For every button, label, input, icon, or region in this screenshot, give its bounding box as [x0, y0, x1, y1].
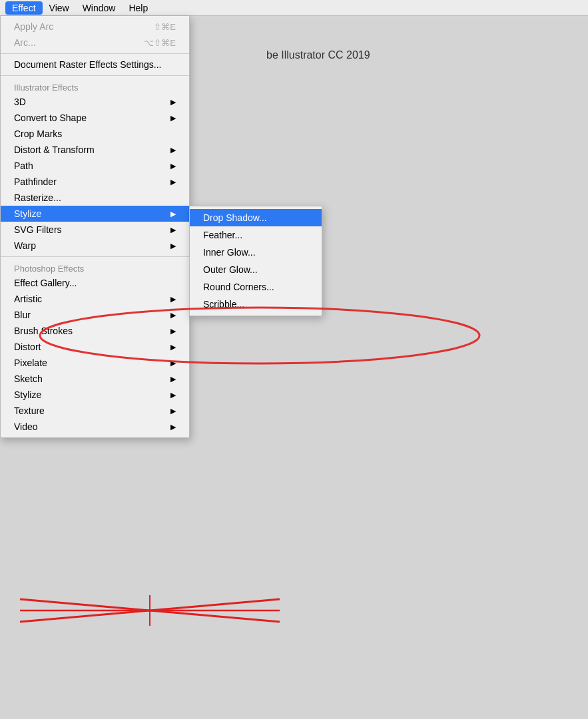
menu-item-brush-strokes[interactable]: Brush Strokes ▶	[1, 323, 189, 339]
menu-item-svg-filters[interactable]: SVG Filters ▶	[1, 222, 189, 238]
menu-item-label: Pixelate	[14, 358, 47, 368]
menu-item-label: Blur	[14, 310, 31, 320]
separator-3	[1, 256, 189, 257]
arrow-icon: ▶	[170, 295, 176, 304]
arrow-icon: ▶	[170, 146, 176, 154]
menu-item-label: SVG Filters	[14, 224, 62, 235]
menu-item-shortcut: ⌥⇧⌘E	[144, 38, 176, 48]
illustrator-effects-header: Illustrator Effects	[1, 79, 189, 94]
menu-item-label: Distort	[14, 342, 41, 352]
arrow-icon: ▶	[170, 226, 176, 234]
menu-item-label: Texture	[14, 405, 45, 416]
menu-item-label: Warp	[14, 240, 36, 251]
arrow-icon: ▶	[170, 210, 176, 218]
separator-2	[1, 75, 189, 76]
menu-item-path[interactable]: Path ▶	[1, 158, 189, 174]
menu-item-blur[interactable]: Blur ▶	[1, 307, 189, 323]
menu-item-texture[interactable]: Texture ▶	[1, 403, 189, 419]
submenu-item-outer-glow[interactable]: Outer Glow...	[190, 261, 322, 278]
menu-window[interactable]: Window	[76, 1, 123, 15]
menu-item-effect-gallery[interactable]: Effect Gallery...	[1, 275, 189, 291]
menu-item-shortcut: ⇧⌘E	[154, 22, 176, 32]
menu-item-doc-raster[interactable]: Document Raster Effects Settings...	[1, 57, 189, 73]
stylize-submenu: Drop Shadow... Feather... Inner Glow... …	[189, 206, 322, 316]
menu-item-rasterize[interactable]: Rasterize...	[1, 190, 189, 206]
menu-item-sketch[interactable]: Sketch ▶	[1, 371, 189, 387]
menu-item-label: Arc...	[14, 37, 36, 48]
menu-item-label: Stylize	[14, 208, 41, 219]
arrow-icon: ▶	[170, 98, 176, 107]
menu-item-label: Distort & Transform	[14, 144, 95, 155]
arrow-icon: ▶	[170, 114, 176, 122]
menu-item-distort[interactable]: Distort ▶	[1, 339, 189, 355]
photoshop-effects-header: Photoshop Effects	[1, 260, 189, 275]
submenu-item-feather[interactable]: Feather...	[190, 226, 322, 244]
menu-item-distort-transform[interactable]: Distort & Transform ▶	[1, 142, 189, 158]
arrow-icon: ▶	[170, 391, 176, 399]
menu-item-label: Convert to Shape	[14, 113, 87, 123]
arrow-icon: ▶	[170, 359, 176, 367]
menu-item-artistic[interactable]: Artistic ▶	[1, 291, 189, 307]
menu-item-arc[interactable]: Arc... ⌥⇧⌘E	[1, 35, 189, 51]
menu-effect[interactable]: Effect	[5, 1, 43, 15]
menu-item-apply-arc[interactable]: Apply Arc ⇧⌘E	[1, 19, 189, 35]
arrow-icon: ▶	[170, 343, 176, 352]
menu-item-label: Effect Gallery...	[14, 278, 77, 288]
submenu-item-round-corners[interactable]: Round Corners...	[190, 278, 322, 296]
menu-item-label: Sketch	[14, 373, 43, 384]
menu-item-crop-marks[interactable]: Crop Marks	[1, 126, 189, 142]
menu-item-pathfinder[interactable]: Pathfinder ▶	[1, 174, 189, 190]
arrow-icon: ▶	[170, 407, 176, 415]
menu-item-label: 3D	[14, 97, 26, 107]
arrow-icon: ▶	[170, 423, 176, 431]
submenu-item-drop-shadow[interactable]: Drop Shadow...	[190, 209, 322, 226]
menu-item-label: Path	[14, 160, 33, 171]
arrow-icon: ▶	[170, 375, 176, 383]
effect-dropdown: Apply Arc ⇧⌘E Arc... ⌥⇧⌘E Document Raste…	[0, 16, 190, 438]
menu-item-label: Document Raster Effects Settings...	[14, 59, 162, 70]
arrow-icon: ▶	[170, 242, 176, 250]
menu-item-label: Rasterize...	[14, 192, 61, 203]
menu-item-video[interactable]: Video ▶	[1, 419, 189, 435]
menu-item-label: Video	[14, 421, 38, 432]
menu-item-warp[interactable]: Warp ▶	[1, 238, 189, 254]
separator-1	[1, 53, 189, 54]
menu-item-label: Pathfinder	[14, 176, 57, 187]
menu-item-label: Artistic	[14, 294, 42, 304]
menu-item-pixelate[interactable]: Pixelate ▶	[1, 355, 189, 371]
menu-help[interactable]: Help	[122, 1, 154, 15]
arrow-icon: ▶	[170, 327, 176, 336]
submenu-item-inner-glow[interactable]: Inner Glow...	[190, 244, 322, 261]
menu-item-stylize-photoshop[interactable]: Stylize ▶	[1, 387, 189, 403]
menu-view[interactable]: View	[43, 1, 76, 15]
menu-bar: Effect View Window Help	[0, 0, 588, 16]
menu-item-label: Brush Strokes	[14, 326, 73, 336]
menu-item-convert-to-shape[interactable]: Convert to Shape ▶	[1, 110, 189, 126]
submenu-item-scribble[interactable]: Scribble...	[190, 296, 322, 313]
menu-item-3d[interactable]: 3D ▶	[1, 94, 189, 110]
app-title: be Illustrator CC 2019	[266, 49, 370, 61]
menu-item-stylize-illustrator[interactable]: Stylize ▶ Drop Shadow... Feather... Inne…	[1, 206, 189, 222]
arrow-icon: ▶	[170, 178, 176, 186]
menu-item-label: Apply Arc	[14, 21, 53, 32]
arrow-icon: ▶	[170, 162, 176, 170]
arrow-icon: ▶	[170, 311, 176, 320]
menu-item-label: Crop Marks	[14, 128, 62, 139]
menu-item-label: Stylize	[14, 389, 41, 400]
